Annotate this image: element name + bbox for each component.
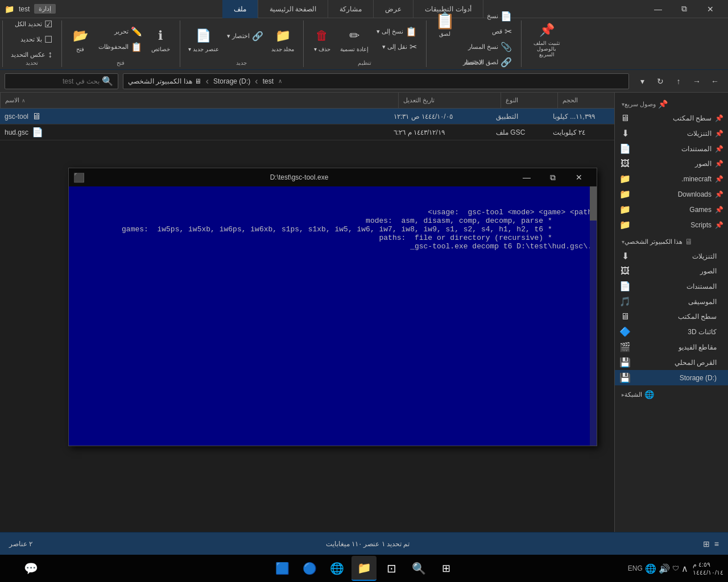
cmd-window: ✕ ⧉ — D:\test\gsc-tool.exe ⬛ usage: gsc-… (68, 168, 597, 446)
network-header[interactable]: ▸ الشبكة 🌐 (615, 388, 728, 401)
btn-delete[interactable]: 🗑 حذف ▾ (308, 24, 336, 55)
ribbon-group-label-clipboard: الحافظة (464, 60, 483, 66)
sidebar-item-desktop-pc[interactable]: 🖥 سطح المكتب (615, 309, 728, 324)
search-input[interactable] (10, 77, 100, 85)
sidebar-item-downloads-folder[interactable]: 📁 Downloads 📌 (615, 186, 728, 202)
show-desktop-button[interactable] (5, 556, 16, 581)
edge-button[interactable]: 🌐 (324, 556, 349, 581)
tab-view[interactable]: عرض (374, 0, 413, 18)
app1-button[interactable]: 🔵 (297, 556, 322, 581)
search-icon: 🔍 (102, 76, 113, 86)
btn-edit[interactable]: ✏️ تحرير (95, 24, 146, 39)
path-segment-root: 🖥 هذا الكمبيوتر الشخصي (128, 77, 201, 85)
thispc-header[interactable]: ▾ هذا الكمبيوتر الشخصي 🖥 (615, 235, 728, 248)
file-name-cell-2: 📄 hud.gsc (5, 127, 394, 138)
cmd-restore-button[interactable]: ⧉ (540, 168, 566, 186)
app2-button[interactable]: 🟦 (270, 556, 295, 581)
refresh-dropdown[interactable]: ▾ (634, 73, 651, 89)
notification-button[interactable]: 💬 (18, 556, 43, 581)
chevron-up-icon[interactable]: ∧ (681, 563, 688, 574)
sidebar-item-3d[interactable]: 🔷 كائنات 3D (615, 324, 728, 339)
sidebar-item-pictures-pc[interactable]: 🖼 الصور (615, 264, 728, 278)
close-button[interactable]: ✕ (697, 0, 723, 18)
btn-select-all[interactable]: ☑ تحديد الكل (7, 17, 56, 31)
tab-home[interactable]: الصفحة الرئيسية (258, 0, 328, 18)
table-row[interactable]: 📄 hud.gsc ١٤٤٣/١٢/١٩ م ٦:٢٦ GSC ملف ٢٤ ك… (0, 124, 614, 140)
file-name-cell: 🖥 gsc-tool (5, 111, 394, 122)
col-header-size[interactable]: الحجم (557, 93, 614, 108)
sidebar-item-videos[interactable]: 🎬 مقاطع الفيديو (615, 339, 728, 355)
restore-button[interactable]: ⧉ (671, 0, 697, 18)
sidebar-section-quick: ▾ وصول سريع 📌 🖥 سطح المكتب 📌 ⬇ التنزيلات… (615, 97, 728, 232)
sidebar-item-documents-pc[interactable]: 📄 المستندات (615, 278, 728, 294)
table-row[interactable]: 🖥 gsc-tool ١٤٤٤/١٠/٠٥ ص ١٢:٣١ التطبيق ١١… (0, 109, 614, 124)
cmd-close-button[interactable]: ✕ (566, 168, 592, 186)
up-button[interactable]: ↑ (670, 73, 687, 89)
network-taskbar-icon[interactable]: 🌐 (645, 563, 656, 574)
taskbar-clock[interactable]: ٤:٥٩ م ١٤٤٤/١٠/١٤ (693, 561, 723, 576)
search-box[interactable]: 🔍 (5, 73, 118, 89)
cmd-minimize-button[interactable]: — (514, 168, 540, 186)
col-header-type[interactable]: النوع (500, 93, 557, 108)
btn-paste[interactable]: 📋 لصق (431, 9, 458, 39)
btn-rename[interactable]: ✏ إعادة تسمية (337, 24, 372, 55)
status-items-count: ٢ عناصر (9, 540, 32, 548)
refresh-button[interactable]: ↻ (652, 73, 669, 89)
sidebar-item-local-disk[interactable]: 💾 القرص المحلي (615, 355, 728, 370)
file-size-cell-2: ٢٤ كيلوبايت (553, 128, 610, 136)
status-bar: ٢ عناصر تم تحديد ١ عنصر ١١٠ ميغابايت ≡ ⊞ (0, 532, 728, 555)
btn-copy-path[interactable]: 📎 نسخ المسار (460, 40, 515, 54)
view-grid-button[interactable]: ⊞ (703, 539, 710, 548)
sidebar-item-documents-quick[interactable]: 📄 المستندات 📌 (615, 141, 728, 156)
status-view-toggles: ≡ ⊞ (703, 539, 719, 548)
btn-properties[interactable]: ℹ خصائص (147, 24, 174, 55)
btn-copy-to[interactable]: 📋 نسخ إلى ▾ (373, 24, 420, 39)
tab-share[interactable]: مشاركة (328, 0, 374, 18)
btn-copy[interactable]: 📄 نسخ (460, 9, 515, 23)
sidebar-item-scripts[interactable]: 📁 Scripts 📌 (615, 217, 728, 232)
btn-new-folder[interactable]: 📁 مجلد جديد (268, 24, 298, 55)
col-header-date[interactable]: تاريخ التعديل (398, 93, 500, 108)
tab-file[interactable]: ملف (222, 0, 258, 18)
file-date-cell-2: ١٤٤٣/١٢/١٩ م ٦:٢٦ (394, 128, 496, 136)
cmd-app-icon: ⬛ (73, 172, 85, 183)
back-button[interactable]: ← (706, 73, 723, 89)
btn-new-item[interactable]: 📄 عنصر جديد ▾ (185, 24, 222, 55)
btn-move-to[interactable]: ✂ نقل إلى ▾ (373, 40, 420, 54)
sidebar-item-minecraft[interactable]: 📁 minecraft. 📌 (615, 171, 728, 186)
sidebar-item-downloads-pc[interactable]: ⬇ التنزيلات (615, 248, 728, 264)
sidebar-item-pictures-quick[interactable]: 🖼 الصور 📌 (615, 156, 728, 171)
sidebar-item-downloads-quick[interactable]: ⬇ التنزيلات 📌 (615, 126, 728, 141)
btn-pin[interactable]: 📌 تثبيت الملف بالوصول السريع (526, 19, 567, 60)
cmd-content[interactable]: usage: gsc-tool <mode> <game> <path> * m… (69, 186, 597, 446)
file-explorer-taskbar-button[interactable]: 📁 (351, 556, 377, 581)
cmd-titlebar: ✕ ⧉ — D:\test\gsc-tool.exe ⬛ (69, 168, 597, 186)
col-header-name[interactable]: ∧ الاسم (0, 93, 398, 108)
path-sep-2: › (255, 76, 258, 86)
start-button[interactable]: ⊞ (433, 556, 458, 581)
file-icon-gsc-tool: 🖥 (32, 111, 41, 122)
status-selected-info: تم تحديد ١ عنصر ١١٠ ميغابايت (326, 540, 410, 548)
pin-indicator7: 📌 (715, 206, 723, 214)
btn-open[interactable]: 📂 فتح (67, 24, 94, 55)
search-button[interactable]: 🔍 (406, 556, 431, 581)
sidebar-item-music[interactable]: 🎵 الموسيقى (615, 294, 728, 309)
address-bar[interactable]: 🖥 هذا الكمبيوتر الشخصي › Storage (D:) › … (123, 73, 629, 89)
minecraft-icon: 📁 (619, 173, 631, 184)
forward-button[interactable]: → (688, 73, 705, 89)
btn-shortcut[interactable]: 🔗 اختصار ▾ (224, 29, 267, 43)
taskview-button[interactable]: ⊡ (379, 556, 404, 581)
sidebar-item-games[interactable]: 📁 Games 📌 (615, 202, 728, 217)
cmd-scrollbar[interactable] (590, 186, 597, 446)
sidebar-item-storage[interactable]: 💾 Storage (D:) (615, 370, 728, 385)
volume-icon[interactable]: 🔊 (659, 563, 670, 574)
btn-select-none[interactable]: ☐ بلا تحديد (7, 32, 56, 47)
btn-cut[interactable]: ✂ قص (460, 24, 515, 39)
security-icon[interactable]: 🛡 (672, 564, 679, 572)
view-details-button[interactable]: ≡ (714, 539, 719, 548)
minimize-button[interactable]: — (645, 0, 671, 18)
btn-history[interactable]: 📋 المحفوظات (95, 40, 146, 54)
quick-access-header[interactable]: ▾ وصول سريع 📌 (615, 97, 728, 111)
sidebar-item-desktop-quick[interactable]: 🖥 سطح المكتب 📌 (615, 111, 728, 126)
cmd-scrollbar-thumb[interactable] (590, 186, 597, 221)
